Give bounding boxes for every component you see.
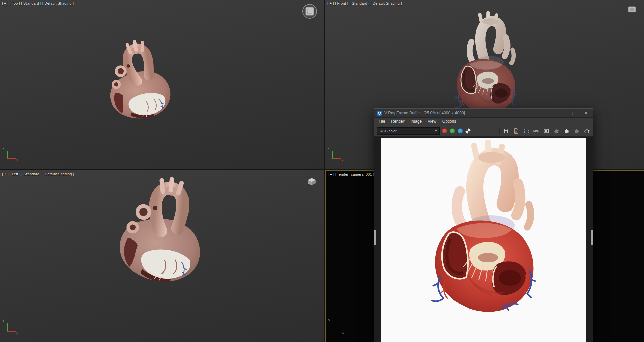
viewport-front-label[interactable]: [ + ] [ Front ] [ Standard ] [ Default S… — [327, 1, 402, 5]
vfb-toolbar: RGB color 50% — [374, 125, 593, 137]
axis-label-vertical: z — [328, 146, 330, 150]
red-channel-button[interactable] — [442, 128, 447, 134]
menu-options[interactable]: Options — [439, 118, 459, 124]
render-history-icon[interactable] — [573, 127, 580, 135]
fit-window-icon[interactable] — [542, 127, 550, 135]
maximize-button[interactable]: ▢ — [569, 109, 579, 117]
toolbar-separator — [499, 128, 500, 134]
save-icon[interactable] — [502, 127, 510, 135]
render-icon[interactable] — [583, 127, 590, 135]
vfb-window-title: V-Ray Frame Buffer - [25.0% of 4000 x 40… — [384, 111, 554, 115]
vfb-menubar: File Render Image View Options — [374, 118, 593, 125]
channel-select-dropdown[interactable]: RGB color — [377, 127, 440, 135]
axis-label-horizontal: y — [16, 331, 18, 335]
save-layers-icon[interactable] — [512, 127, 520, 135]
axis-label-horizontal: x — [342, 158, 343, 162]
viewport-left-label[interactable]: [ + ] [ Left ] [ Standard ] [ Default Sh… — [2, 172, 74, 176]
viewcube-icon[interactable] — [307, 177, 316, 187]
vfb-canvas[interactable] — [374, 137, 593, 342]
zoom-ratio-icon[interactable]: 50% — [532, 127, 540, 135]
viewcube-icon[interactable] — [628, 5, 637, 14]
blue-channel-button[interactable] — [458, 128, 463, 134]
render-last-icon[interactable] — [562, 127, 570, 135]
viewport-top[interactable]: [ + ] [ Top ] [ Standard ] [ Default Sha… — [0, 0, 324, 169]
axis-gizmo: y x — [328, 320, 344, 334]
axis-gizmo: z y — [3, 321, 18, 335]
viewport-left[interactable]: [ + ] [ Left ] [ Standard ] [ Default Sh… — [0, 170, 324, 342]
menu-file[interactable]: File — [376, 118, 388, 124]
heart-render — [413, 140, 554, 328]
viewcube-icon[interactable] — [301, 3, 318, 21]
close-button[interactable]: ✕ — [581, 109, 591, 117]
axis-label-vertical: z — [3, 319, 4, 322]
chevron-down-icon — [435, 130, 437, 132]
vfb-titlebar[interactable]: V-Ray Frame Buffer - [25.0% of 4000 x 40… — [374, 109, 593, 118]
vfb-right-scrollbar-thumb[interactable] — [591, 230, 593, 245]
menu-image[interactable]: Image — [408, 118, 425, 124]
axis-gizmo: y x — [3, 148, 18, 162]
axis-label-vertical: y — [328, 318, 330, 322]
menu-view[interactable]: View — [425, 118, 439, 124]
axis-label-vertical: y — [3, 146, 4, 150]
rendered-image[interactable] — [381, 138, 586, 342]
axis-label-horizontal: x — [342, 331, 344, 334]
axis-label-horizontal: x — [16, 158, 18, 162]
axis-gizmo: z x — [328, 148, 343, 162]
channel-select-value: RGB color — [380, 129, 397, 133]
menu-render[interactable]: Render — [388, 118, 407, 124]
vfb-left-scrollbar-thumb[interactable] — [374, 230, 376, 245]
heart-model-left-view[interactable] — [99, 170, 222, 296]
vray-frame-buffer-window: V-Ray Frame Buffer - [25.0% of 4000 x 40… — [374, 108, 593, 342]
track-mouse-render-icon[interactable] — [552, 127, 560, 135]
minimize-button[interactable]: — — [556, 109, 566, 117]
alpha-channel-button[interactable] — [465, 128, 471, 134]
viewport-top-label[interactable]: [ + ] [ Top ] [ Standard ] [ Default Sha… — [2, 1, 74, 5]
heart-model-top-view[interactable] — [89, 33, 186, 132]
green-channel-button[interactable] — [450, 128, 455, 134]
heart-model-front-view[interactable] — [443, 11, 527, 123]
region-render-icon[interactable] — [522, 127, 530, 135]
vray-logo-icon — [377, 111, 382, 116]
